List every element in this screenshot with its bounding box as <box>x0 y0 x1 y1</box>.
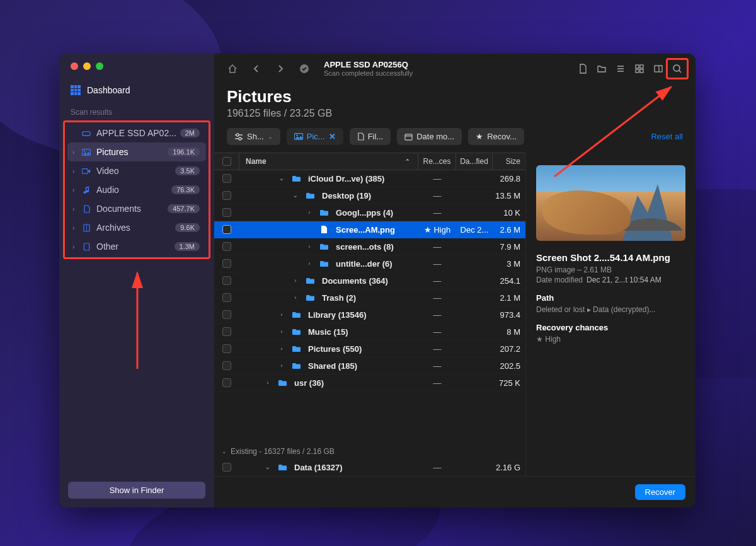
table-row[interactable]: ›usr (36)—725 K <box>214 375 525 392</box>
row-expander[interactable]: › <box>291 294 300 301</box>
dashboard-icon <box>71 85 81 95</box>
row-expander[interactable]: › <box>277 346 286 352</box>
column-recovery[interactable]: Re...ces <box>418 153 456 170</box>
star-icon: ★ <box>476 132 483 141</box>
row-name: screen...ots (8) <box>336 242 394 252</box>
table-row[interactable]: ›Googl...pps (4)—10 K <box>214 204 525 221</box>
table-row[interactable]: ⌄Desktop (19)—13.5 M <box>214 187 525 204</box>
row-recovery: — <box>418 344 456 354</box>
table-row[interactable]: ›screen...ots (8)—7.9 M <box>214 238 525 255</box>
forward-button[interactable] <box>272 61 289 76</box>
row-expander[interactable]: › <box>305 260 314 267</box>
sidebar-item-pictures[interactable]: › Pictures 196.1K <box>67 142 206 161</box>
filter-show[interactable]: Sh... ⌄ <box>227 128 280 145</box>
close-window[interactable] <box>71 62 78 70</box>
sidebar-item-documents[interactable]: › Documents 457.7K <box>67 199 206 218</box>
row-checkbox[interactable] <box>222 259 231 268</box>
row-checkbox[interactable] <box>222 344 231 353</box>
view-file-button[interactable] <box>575 61 591 76</box>
sidebar-item-video[interactable]: › Video 3.5K <box>67 161 206 180</box>
view-folder-button[interactable] <box>593 61 610 76</box>
table-row[interactable]: ⌄iCloud Dr...ve) (385)—269.8 <box>214 170 525 187</box>
existing-section-header[interactable]: ⌄Existing - 16327 files / 2.16 GB <box>214 444 525 459</box>
preview-filename: Screen Shot 2....54.14 AM.png <box>536 252 685 263</box>
sidebar-item-audio[interactable]: › Audio 76.3K <box>67 180 206 199</box>
page-subtitle: 196125 files / 23.25 GB <box>227 108 683 119</box>
row-checkbox[interactable] <box>222 378 231 387</box>
column-date[interactable]: Da...fied <box>456 153 493 170</box>
row-checkbox[interactable] <box>222 310 231 319</box>
row-recovery: — <box>418 259 456 269</box>
row-checkbox[interactable] <box>222 208 231 217</box>
search-button[interactable] <box>669 61 685 76</box>
row-size: 202.5 <box>493 361 525 371</box>
row-recovery: — <box>418 276 456 286</box>
row-recovery: — <box>418 361 456 371</box>
row-checkbox[interactable] <box>222 225 231 234</box>
row-checkbox[interactable] <box>222 361 231 370</box>
table-row[interactable]: ›Library (13546)—973.4 <box>214 306 525 323</box>
view-list-button[interactable] <box>612 61 629 76</box>
row-checkbox[interactable] <box>222 327 231 336</box>
row-size: 8 M <box>493 327 525 337</box>
row-checkbox[interactable] <box>222 174 231 183</box>
row-expander[interactable]: › <box>305 209 314 216</box>
table-row[interactable]: ›Shared (185)—202.5 <box>214 357 525 375</box>
filter-file[interactable]: Fil... <box>350 128 391 145</box>
row-expander[interactable]: › <box>305 243 314 250</box>
row-checkbox[interactable] <box>222 293 231 302</box>
table-row[interactable]: ⌄Data (16327)—2.16 G <box>214 459 525 476</box>
clear-filter-icon[interactable]: ✕ <box>329 132 336 141</box>
minimize-window[interactable] <box>83 62 91 70</box>
reset-filters[interactable]: Reset all <box>651 132 683 141</box>
row-name: Trash (2) <box>322 293 356 303</box>
row-expander[interactable]: ⌄ <box>263 464 272 470</box>
home-button[interactable] <box>224 61 241 76</box>
folder-icon <box>319 259 329 268</box>
filter-date[interactable]: Date mo... <box>397 128 462 145</box>
svg-rect-15 <box>655 66 662 72</box>
column-size[interactable]: Size <box>493 153 525 170</box>
table-row[interactable]: ›Music (15)—8 M <box>214 323 525 340</box>
sidebar-item-other[interactable]: › Other 1.3M <box>67 237 206 256</box>
table-row[interactable]: Scree...AM.png★ HighDec 2...2.6 M <box>214 221 525 238</box>
main-panel: APPLE SSD AP0256Q Scan completed success… <box>214 54 696 508</box>
row-recovery: — <box>418 463 456 472</box>
row-expander[interactable]: › <box>277 363 286 369</box>
toggle-preview-button[interactable] <box>650 61 667 76</box>
table-row[interactable]: ›Documents (364)—254.1 <box>214 272 525 289</box>
svg-rect-3 <box>82 168 88 173</box>
row-expander[interactable]: › <box>263 380 272 386</box>
table-row[interactable]: ›untitle...der (6)—3 M <box>214 255 525 272</box>
row-recovery: — <box>418 293 456 303</box>
dashboard-nav[interactable]: Dashboard <box>59 80 214 108</box>
row-expander[interactable]: › <box>291 277 300 284</box>
select-all-checkbox[interactable] <box>222 157 231 166</box>
chevron-right-icon: › <box>72 187 79 194</box>
sidebar-item-archives[interactable]: › Archives 9.6K <box>67 218 206 237</box>
recover-button[interactable]: Recover <box>635 484 685 500</box>
filter-recovery[interactable]: ★Recov... <box>468 128 524 145</box>
preview-recovery-value: ★ High <box>536 335 685 344</box>
row-checkbox[interactable] <box>222 463 231 472</box>
row-expander[interactable]: › <box>277 311 286 318</box>
maximize-window[interactable] <box>96 62 103 70</box>
row-expander[interactable]: ⌄ <box>277 175 286 182</box>
column-name[interactable]: Name ⌃ <box>239 153 418 170</box>
row-expander[interactable]: › <box>277 328 286 335</box>
row-name: Shared (185) <box>308 361 357 371</box>
filter-pictures[interactable]: Pic... ✕ <box>287 128 343 145</box>
svg-rect-6 <box>84 243 89 250</box>
view-grid-button[interactable] <box>631 61 648 76</box>
sidebar-item-disk[interactable]: APPLE SSD AP02... 2M <box>67 124 206 142</box>
sort-indicator-icon: ⌃ <box>405 158 410 165</box>
table-row[interactable]: ›Trash (2)—2.1 M <box>214 289 525 306</box>
table-row[interactable]: ›Pictures (550)—207.2 <box>214 340 525 357</box>
row-checkbox[interactable] <box>222 242 231 251</box>
back-button[interactable] <box>248 61 265 76</box>
row-checkbox[interactable] <box>222 191 231 200</box>
row-expander[interactable]: ⌄ <box>291 192 300 199</box>
row-checkbox[interactable] <box>222 276 231 285</box>
chevron-down-icon: ⌄ <box>222 448 227 455</box>
show-in-finder-button[interactable]: Show in Finder <box>68 482 205 499</box>
